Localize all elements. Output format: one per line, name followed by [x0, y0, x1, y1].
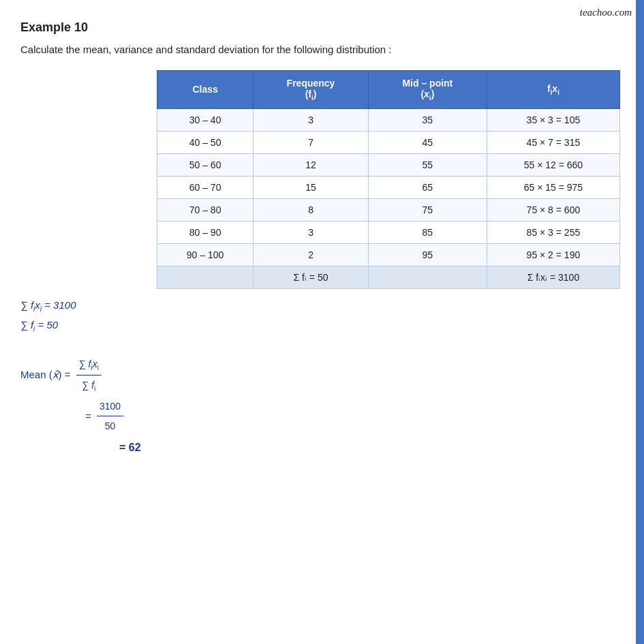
sum-fixi: ∑ fixi = 3100: [20, 296, 624, 316]
mean-label: Mean (x̄) =: [20, 365, 74, 385]
table-row: 30 – 4033535 × 3 = 105: [157, 108, 620, 131]
table-row: 50 – 60125555 × 12 = 660: [157, 153, 620, 176]
cell-r2-c3: 55 × 12 = 660: [487, 153, 619, 176]
mean-fraction-den: ∑ fi: [79, 375, 98, 396]
table-row: 60 – 70156565 × 15 = 975: [157, 176, 620, 198]
cell-r3-c1: 15: [254, 176, 369, 198]
cell-r5-c3: 85 × 3 = 255: [487, 221, 619, 243]
mean-fraction: ∑ fixi ∑ fi: [76, 354, 102, 396]
cell-r6-c2: 95: [368, 243, 487, 266]
table-row: 90 – 10029595 × 2 = 190: [157, 243, 620, 266]
col-fixi: fixi: [487, 71, 619, 109]
col-class: Class: [157, 71, 254, 109]
cell-r4-c0: 70 – 80: [157, 198, 254, 221]
mean-step2-line: = 3100 50: [85, 397, 624, 435]
right-bar: [636, 0, 644, 644]
sum-fi: ∑ fi = 50: [20, 316, 624, 335]
cell-r5-c2: 85: [368, 221, 487, 243]
cell-r6-c0: 90 – 100: [157, 243, 254, 266]
summary-c0: [157, 266, 254, 288]
mean-section: Mean (x̄) = ∑ fixi ∑ fi = 3100 50 = 62: [20, 354, 624, 459]
cell-r0-c3: 35 × 3 = 105: [487, 108, 619, 131]
mean-fraction-num: ∑ fixi: [76, 354, 102, 375]
cell-r2-c0: 50 – 60: [157, 153, 254, 176]
cell-r3-c3: 65 × 15 = 975: [487, 176, 619, 198]
cell-r0-c0: 30 – 40: [157, 108, 254, 131]
table-container: Class Frequency(fi) Mid – point(xi) fixi…: [157, 70, 624, 289]
cell-r2-c1: 12: [254, 153, 369, 176]
cell-r1-c2: 45: [368, 131, 487, 153]
cell-r1-c1: 7: [254, 131, 369, 153]
cell-r5-c0: 80 – 90: [157, 221, 254, 243]
col-frequency: Frequency(fi): [254, 71, 369, 109]
cell-r4-c2: 75: [368, 198, 487, 221]
table-row: 80 – 9038585 × 3 = 255: [157, 221, 620, 243]
cell-r0-c2: 35: [368, 108, 487, 131]
cell-r3-c0: 60 – 70: [157, 176, 254, 198]
cell-r2-c2: 55: [368, 153, 487, 176]
cell-r0-c1: 3: [254, 108, 369, 131]
summary-c1: Σ fᵢ = 50: [254, 266, 369, 288]
cell-r4-c1: 8: [254, 198, 369, 221]
summary-section: ∑ fixi = 3100 ∑ fi = 50: [20, 296, 624, 335]
mean-step2-fraction: 3100 50: [97, 397, 123, 435]
table-row: 40 – 5074545 × 7 = 315: [157, 131, 620, 153]
cell-r1-c3: 45 × 7 = 315: [487, 131, 619, 153]
col-midpoint: Mid – point(xi): [368, 71, 487, 109]
summary-row: Σ fᵢ = 50Σ fᵢxᵢ = 3100: [157, 266, 620, 288]
summary-c3: Σ fᵢxᵢ = 3100: [487, 266, 619, 288]
mean-step2-den: 50: [102, 416, 119, 435]
cell-r6-c3: 95 × 2 = 190: [487, 243, 619, 266]
brand: teachoo.com: [580, 7, 632, 18]
mean-formula-line: Mean (x̄) = ∑ fixi ∑ fi: [20, 354, 624, 396]
cell-r3-c2: 65: [368, 176, 487, 198]
mean-equals: =: [85, 406, 94, 427]
cell-r5-c1: 3: [254, 221, 369, 243]
cell-r4-c3: 75 × 8 = 600: [487, 198, 619, 221]
data-table: Class Frequency(fi) Mid – point(xi) fixi…: [157, 70, 620, 289]
mean-result-line: = 62: [85, 437, 624, 459]
problem-text: Calculate the mean, variance and standar…: [20, 42, 624, 58]
example-title: Example 10: [20, 20, 624, 35]
cell-r1-c0: 40 – 50: [157, 131, 254, 153]
mean-step2-num: 3100: [97, 397, 123, 416]
mean-result: = 62: [119, 437, 141, 459]
table-row: 70 – 8087575 × 8 = 600: [157, 198, 620, 221]
summary-c2: [368, 266, 487, 288]
cell-r6-c1: 2: [254, 243, 369, 266]
